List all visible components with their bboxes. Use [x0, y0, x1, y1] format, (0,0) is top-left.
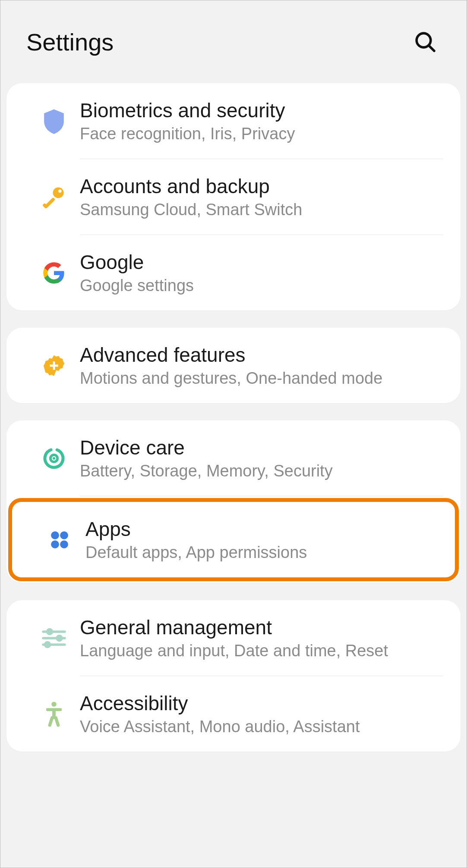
settings-item-title: Accessibility [80, 692, 439, 715]
settings-group: Advanced features Motions and gestures, … [6, 328, 461, 403]
settings-item-devicecare[interactable]: Device care Battery, Storage, Memory, Se… [6, 420, 461, 496]
settings-item-sub: Face recognition, Iris, Privacy [80, 125, 439, 143]
svg-point-20 [45, 642, 50, 647]
svg-point-14 [60, 540, 68, 548]
sliders-icon [28, 627, 80, 649]
header: Settings [0, 0, 467, 83]
settings-item-title: Device care [80, 436, 439, 459]
apps-icon [34, 528, 85, 552]
svg-point-2 [53, 187, 64, 198]
settings-item-title: Google [80, 251, 439, 274]
page-title: Settings [26, 28, 114, 56]
settings-item-apps[interactable]: Apps Default apps, App permissions [8, 498, 459, 581]
shield-icon [28, 107, 80, 135]
settings-item-title: Biometrics and security [80, 99, 439, 122]
settings-item-accounts[interactable]: Accounts and backup Samsung Cloud, Smart… [6, 159, 461, 235]
google-icon [28, 261, 80, 285]
svg-point-21 [51, 702, 56, 706]
search-button[interactable] [410, 26, 441, 57]
settings-item-title: Accounts and backup [80, 175, 439, 198]
settings-group: Device care Battery, Storage, Memory, Se… [6, 420, 461, 583]
settings-item-biometrics[interactable]: Biometrics and security Face recognition… [6, 83, 461, 159]
settings-item-text: Accessibility Voice Assistant, Mono audi… [80, 692, 439, 736]
settings-item-sub: Language and input, Date and time, Reset [80, 642, 439, 660]
settings-item-text: Accounts and backup Samsung Cloud, Smart… [80, 175, 439, 219]
svg-point-11 [51, 531, 59, 539]
settings-item-title: Advanced features [80, 343, 439, 367]
settings-item-text: Biometrics and security Face recognition… [80, 99, 439, 143]
settings-item-sub: Motions and gestures, One-handed mode [80, 369, 439, 388]
gear-plus-icon [28, 353, 80, 378]
search-icon [413, 30, 437, 54]
svg-line-1 [429, 45, 434, 51]
svg-point-3 [58, 189, 62, 193]
svg-rect-7 [50, 364, 58, 367]
svg-point-13 [51, 540, 59, 548]
settings-item-sub: Google settings [80, 276, 439, 295]
svg-point-12 [60, 531, 68, 539]
settings-group: Biometrics and security Face recognition… [6, 83, 461, 310]
settings-item-advanced[interactable]: Advanced features Motions and gestures, … [6, 328, 461, 403]
settings-item-text: Apps Default apps, App permissions [85, 517, 433, 562]
svg-point-18 [47, 629, 52, 634]
settings-item-text: Google Google settings [80, 251, 439, 295]
accessibility-icon [28, 700, 80, 728]
svg-rect-25 [54, 716, 60, 727]
device-care-icon [28, 446, 80, 470]
settings-item-sub: Voice Assistant, Mono audio, Assistant [80, 718, 439, 736]
settings-item-text: General management Language and input, D… [80, 616, 439, 660]
svg-point-10 [53, 457, 55, 459]
settings-item-sub: Default apps, App permissions [85, 543, 433, 562]
svg-point-19 [57, 636, 62, 640]
settings-group: General management Language and input, D… [6, 600, 461, 752]
svg-rect-24 [48, 716, 54, 727]
settings-item-title: Apps [85, 517, 433, 541]
settings-item-title: General management [80, 616, 439, 639]
settings-item-general[interactable]: General management Language and input, D… [6, 600, 461, 676]
settings-item-sub: Samsung Cloud, Smart Switch [80, 201, 439, 219]
divider [80, 496, 443, 496]
key-icon [28, 184, 80, 210]
settings-item-accessibility[interactable]: Accessibility Voice Assistant, Mono audi… [6, 676, 461, 752]
settings-item-sub: Battery, Storage, Memory, Security [80, 462, 439, 480]
settings-item-google[interactable]: Google Google settings [6, 235, 461, 310]
settings-item-text: Advanced features Motions and gestures, … [80, 343, 439, 388]
settings-item-text: Device care Battery, Storage, Memory, Se… [80, 436, 439, 480]
